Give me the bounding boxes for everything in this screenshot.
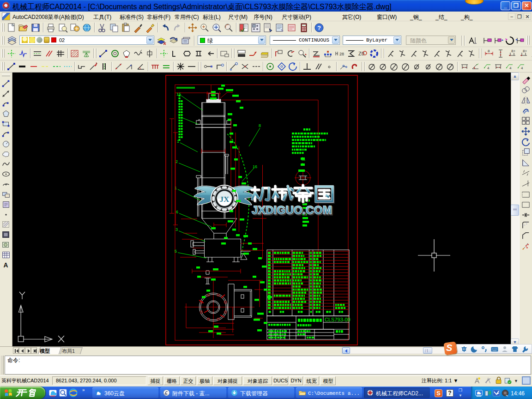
svg-text:8+: 8+: [523, 49, 527, 53]
svg-text:JX: JX: [220, 195, 230, 204]
svg-text:CLS793-00: CLS793-00: [325, 317, 351, 322]
svg-text:4: 4: [521, 66, 523, 70]
svg-text:1: 1: [175, 186, 177, 190]
svg-text:?: ?: [317, 24, 321, 31]
svg-text:5: 5: [175, 249, 177, 254]
svg-text:8: 8: [259, 123, 261, 128]
svg-text:2: 2: [175, 159, 178, 164]
svg-text:4: 4: [487, 66, 490, 70]
svg-text:6: 6: [176, 210, 178, 214]
svg-text:A: A: [4, 262, 8, 269]
svg-text:4: 4: [509, 66, 512, 70]
svg-text:JXDIGUO.COM: JXDIGUO.COM: [252, 204, 332, 216]
svg-text:8+: 8+: [511, 49, 515, 53]
svg-text:16: 16: [253, 164, 257, 169]
svg-text:8: 8: [488, 49, 490, 53]
svg-text:28: 28: [339, 52, 344, 56]
svg-text:3: 3: [175, 227, 178, 232]
